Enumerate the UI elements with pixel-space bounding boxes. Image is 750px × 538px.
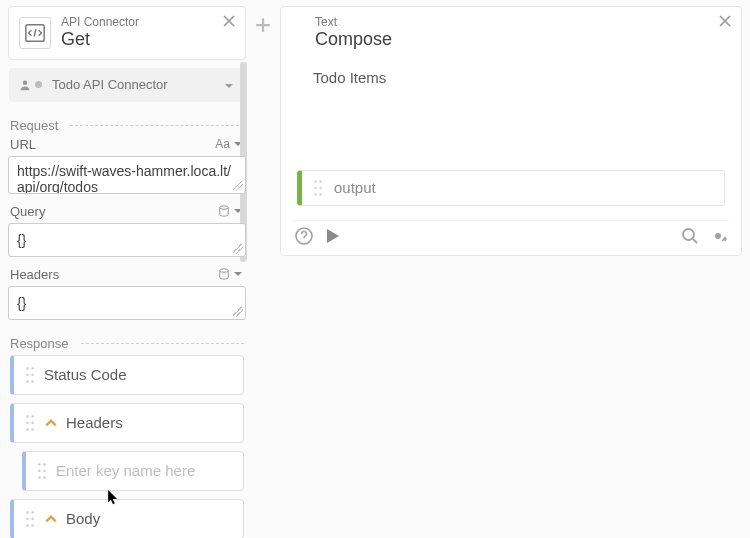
svg-point-34 [314,180,317,183]
url-label: URL [10,137,36,152]
svg-point-35 [319,180,322,183]
drag-handle-icon[interactable] [36,462,48,480]
svg-point-9 [31,380,34,383]
svg-point-22 [26,511,29,514]
gear-icon[interactable] [709,227,727,245]
svg-point-3 [220,269,229,272]
headers-key-input-pill[interactable] [22,451,244,491]
query-input[interactable]: {} [8,223,246,257]
card-title: Get [61,29,139,51]
api-connector-icon [19,17,51,49]
svg-point-27 [31,524,34,527]
card-subtitle: Text [315,15,392,29]
resize-handle[interactable] [233,244,243,254]
svg-point-20 [38,476,41,479]
svg-point-14 [26,428,29,431]
svg-point-5 [31,367,34,370]
svg-point-37 [319,187,322,190]
response-headers-pill[interactable]: Headers [10,403,244,443]
status-dot [35,81,42,88]
svg-point-24 [26,518,29,521]
connector-name: Todo API Connector [52,77,168,92]
response-section-label: Response [10,336,244,351]
card-title: Compose [315,29,392,51]
svg-point-25 [31,518,34,521]
connector-select[interactable]: Todo API Connector [9,68,245,102]
svg-point-11 [31,415,34,418]
api-connector-card: API Connector Get [8,6,246,60]
text-compose-icon [293,20,315,46]
svg-point-8 [26,380,29,383]
svg-point-38 [314,193,317,196]
resize-handle[interactable] [233,181,243,191]
drag-handle-icon[interactable] [312,179,324,197]
card-subtitle: API Connector [61,15,139,29]
collapse-icon[interactable] [44,416,58,430]
svg-point-26 [26,524,29,527]
svg-point-41 [683,229,694,240]
close-icon[interactable] [221,13,237,29]
drag-handle-icon[interactable] [24,510,36,528]
collapse-icon[interactable] [44,512,58,526]
chevron-down-icon [223,80,235,92]
response-body-pill[interactable]: Body [10,499,244,538]
headers-input[interactable]: {} [8,286,246,320]
svg-point-2 [220,206,229,209]
key-name-input[interactable] [56,462,233,479]
svg-point-13 [31,422,34,425]
drag-handle-icon[interactable] [24,414,36,432]
compose-card: Text Compose Todo Items output [280,6,742,256]
query-label: Query [10,204,45,219]
svg-point-6 [26,374,29,377]
svg-point-40 [296,228,312,244]
request-section-label: Request [10,118,244,133]
data-icon[interactable] [218,205,230,217]
add-step-button[interactable] [254,16,272,34]
svg-point-19 [43,470,46,473]
resize-handle[interactable] [233,307,243,317]
svg-point-10 [26,415,29,418]
headers-label: Headers [10,267,59,282]
person-icon [19,79,31,91]
help-icon[interactable] [295,227,313,245]
compose-footer [293,220,729,245]
svg-point-12 [26,422,29,425]
svg-point-23 [31,511,34,514]
compose-body-text[interactable]: Todo Items [293,51,729,90]
svg-point-7 [31,374,34,377]
svg-point-39 [319,193,322,196]
data-icon[interactable] [218,268,230,280]
close-icon[interactable] [717,13,733,29]
svg-point-18 [38,470,41,473]
svg-point-4 [26,367,29,370]
svg-point-16 [38,463,41,466]
url-input[interactable]: https://swift-waves-hammer.loca.lt/api/o… [8,156,246,194]
output-pill[interactable]: output [297,170,725,206]
status-code-pill[interactable]: Status Code [10,355,244,395]
svg-point-17 [43,463,46,466]
search-icon[interactable] [681,227,699,245]
svg-point-21 [43,476,46,479]
svg-point-36 [314,187,317,190]
drag-handle-icon[interactable] [24,366,36,384]
svg-point-15 [31,428,34,431]
play-icon[interactable] [323,227,341,245]
svg-point-1 [23,80,28,85]
text-format-icon[interactable]: Aa [215,137,230,151]
